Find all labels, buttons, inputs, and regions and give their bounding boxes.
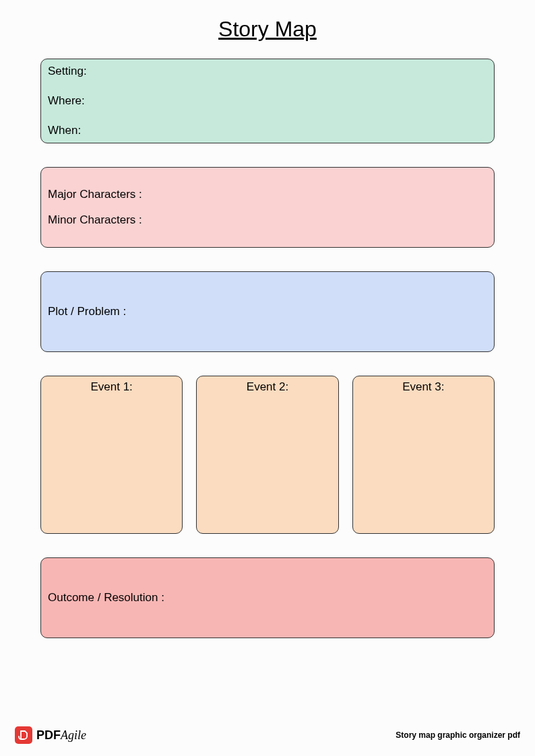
event-3-box: Event 3:	[352, 376, 495, 534]
footer: PDFAgile Story map graphic organizer pdf	[15, 726, 520, 744]
event-2-label: Event 2:	[201, 380, 334, 394]
plot-label: Plot / Problem :	[48, 305, 126, 318]
outcome-label: Outcome / Resolution :	[48, 591, 164, 605]
event-1-label: Event 1:	[45, 380, 178, 394]
characters-box: Major Characters : Minor Characters :	[40, 167, 495, 248]
logo-text: PDFAgile	[36, 728, 86, 743]
logo: PDFAgile	[15, 726, 86, 744]
when-label: When:	[48, 124, 487, 137]
content-area: Setting: Where: When: Major Characters :…	[0, 59, 535, 638]
event-3-label: Event 3:	[357, 380, 490, 394]
page-title: Story Map	[0, 0, 535, 59]
setting-box: Setting: Where: When:	[40, 59, 495, 143]
setting-label: Setting:	[48, 65, 487, 78]
outcome-box: Outcome / Resolution :	[40, 557, 495, 638]
pdf-icon	[15, 726, 32, 744]
minor-characters-label: Minor Characters :	[48, 213, 487, 227]
event-2-box: Event 2:	[196, 376, 338, 534]
footer-text: Story map graphic organizer pdf	[396, 730, 520, 740]
plot-box: Plot / Problem :	[40, 271, 495, 352]
logo-pdf-text: PDF	[36, 728, 61, 742]
major-characters-label: Major Characters :	[48, 188, 487, 201]
event-1-box: Event 1:	[40, 376, 183, 534]
logo-agile-text: Agile	[61, 728, 86, 742]
where-label: Where:	[48, 94, 487, 108]
events-row: Event 1: Event 2: Event 3:	[40, 376, 495, 534]
